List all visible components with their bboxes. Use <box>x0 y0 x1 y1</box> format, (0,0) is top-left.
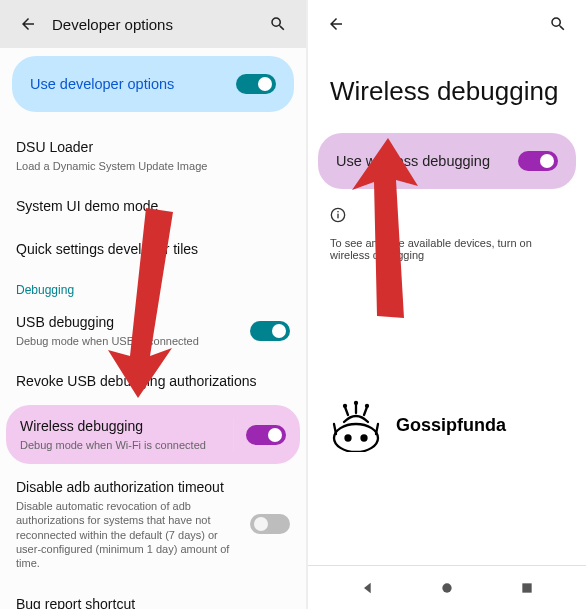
svg-point-6 <box>355 402 357 404</box>
disable-adb-timeout-subtitle: Disable automatic revocation of adb auth… <box>16 499 242 570</box>
quick-settings-tiles-title: Quick settings developer tiles <box>16 240 290 259</box>
search-icon <box>269 15 287 33</box>
nav-back-icon <box>360 580 376 596</box>
system-ui-demo-item[interactable]: System UI demo mode <box>0 185 306 228</box>
svg-rect-1 <box>337 214 338 219</box>
search-button[interactable] <box>538 4 578 44</box>
revoke-usb-auth-item[interactable]: Revoke USB debugging authorizations <box>0 360 306 403</box>
dsu-loader-title: DSU Loader <box>16 138 290 157</box>
gossipfunda-logo: Gossipfunda <box>326 398 506 452</box>
use-developer-options-label: Use developer options <box>30 76 174 92</box>
usb-debugging-title: USB debugging <box>16 313 242 332</box>
dsu-loader-subtitle: Load a Dynamic System Update Image <box>16 159 290 173</box>
usb-debugging-item[interactable]: USB debugging Debug mode when USB is con… <box>0 301 306 360</box>
svg-point-7 <box>366 405 368 407</box>
back-arrow-icon <box>327 15 345 33</box>
wireless-debugging-subtitle: Debug mode when Wi-Fi is connected <box>20 438 225 452</box>
gossipfunda-logo-text: Gossipfunda <box>396 415 506 436</box>
developer-options-screen: Developer options Use developer options … <box>0 0 306 609</box>
page-title: Wireless debugging <box>308 48 586 125</box>
usb-debugging-subtitle: Debug mode when USB is connected <box>16 334 242 348</box>
info-icon <box>330 207 564 227</box>
wireless-debugging-title: Wireless debugging <box>20 417 225 436</box>
system-ui-demo-title: System UI demo mode <box>16 197 290 216</box>
disable-adb-timeout-switch[interactable] <box>250 514 290 534</box>
system-nav-bar <box>308 565 586 609</box>
quick-settings-tiles-item[interactable]: Quick settings developer tiles <box>0 228 306 271</box>
info-section: To see and use available devices, turn o… <box>308 189 586 279</box>
svg-rect-2 <box>337 211 338 212</box>
use-wireless-debugging-label: Use wireless debugging <box>336 153 490 169</box>
disable-adb-timeout-title: Disable adb authorization timeout <box>16 478 242 497</box>
use-developer-options-toggle[interactable]: Use developer options <box>12 56 294 112</box>
back-button[interactable] <box>8 4 48 44</box>
nav-recent-button[interactable] <box>507 568 547 608</box>
svg-point-8 <box>442 583 451 592</box>
search-icon <box>549 15 567 33</box>
use-wireless-debugging-toggle[interactable]: Use wireless debugging <box>318 133 576 189</box>
nav-home-button[interactable] <box>427 568 467 608</box>
info-text: To see and use available devices, turn o… <box>330 237 564 261</box>
back-button[interactable] <box>316 4 356 44</box>
svg-point-5 <box>344 405 346 407</box>
wireless-debugging-switch[interactable] <box>246 425 286 445</box>
section-header-debugging: Debugging <box>0 271 306 301</box>
usb-debugging-switch[interactable] <box>250 321 290 341</box>
gossipfunda-logo-icon <box>326 398 386 452</box>
app-bar <box>308 0 586 48</box>
page-title: Developer options <box>52 16 173 33</box>
svg-rect-9 <box>522 583 531 592</box>
back-arrow-icon <box>19 15 37 33</box>
search-button[interactable] <box>258 4 298 44</box>
nav-back-button[interactable] <box>348 568 388 608</box>
nav-home-icon <box>439 580 455 596</box>
nav-recent-icon <box>520 581 534 595</box>
app-bar: Developer options <box>0 0 306 48</box>
wireless-debugging-item[interactable]: Wireless debugging Debug mode when Wi-Fi… <box>6 405 300 464</box>
svg-point-3 <box>346 436 351 441</box>
use-wireless-debugging-switch[interactable] <box>518 151 558 171</box>
svg-point-4 <box>362 436 367 441</box>
wireless-debugging-screen: Wireless debugging Use wireless debuggin… <box>306 0 586 609</box>
disable-adb-timeout-item[interactable]: Disable adb authorization timeout Disabl… <box>0 466 306 582</box>
revoke-usb-auth-title: Revoke USB debugging authorizations <box>16 372 290 391</box>
bug-report-shortcut-title: Bug report shortcut <box>16 595 242 609</box>
dsu-loader-item[interactable]: DSU Loader Load a Dynamic System Update … <box>0 126 306 185</box>
bug-report-shortcut-item[interactable]: Bug report shortcut Show a button in the… <box>0 583 306 609</box>
switch-on-icon <box>236 74 276 94</box>
